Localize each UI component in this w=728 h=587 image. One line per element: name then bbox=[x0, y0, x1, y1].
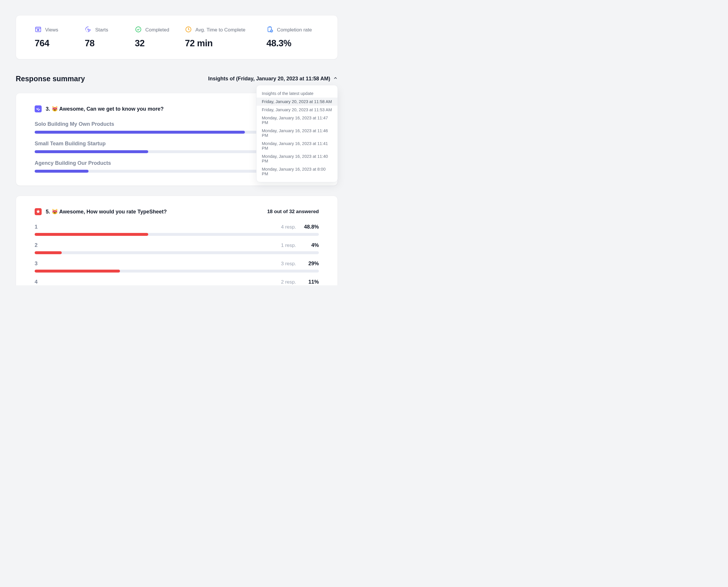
q5-answer-count: 18 out of 32 answered bbox=[267, 209, 319, 215]
stat-views-label: Views bbox=[45, 27, 58, 33]
q5-rating-bar bbox=[34, 251, 319, 254]
q5-rating-row: 33 resp.29% bbox=[34, 261, 319, 273]
stat-starts-label: Starts bbox=[95, 27, 108, 33]
q5-rating-resp: 1 resp. bbox=[281, 242, 296, 249]
stat-avg-time: Avg. Time to Complete 72 min bbox=[185, 26, 252, 49]
insights-option[interactable]: Monday, January 16, 2023 at 11:40 PM bbox=[257, 152, 337, 165]
insights-select-toggle[interactable]: Insights of (Friday, January 20, 2023 at… bbox=[208, 76, 338, 82]
q5-rating-resp: 3 resp. bbox=[281, 261, 296, 267]
insights-option[interactable]: Friday, January 20, 2023 at 11:58 AM bbox=[257, 97, 337, 106]
stat-completion-value: 48.3% bbox=[266, 38, 319, 49]
stats-card: Views 764 Starts 78 bbox=[16, 15, 338, 60]
insights-dropdown: Insights of the latest updateFriday, Jan… bbox=[256, 85, 338, 182]
svg-point-1 bbox=[38, 30, 39, 30]
stat-views-value: 764 bbox=[34, 38, 75, 49]
stat-starts-value: 78 bbox=[85, 38, 125, 49]
q5-rating-row: 21 resp.4% bbox=[34, 242, 319, 254]
insights-option[interactable]: Monday, January 16, 2023 at 8:00 PM bbox=[257, 165, 337, 178]
insights-option[interactable]: Monday, January 16, 2023 at 11:41 PM bbox=[257, 139, 337, 152]
rating-icon bbox=[34, 208, 42, 215]
q5-rating-pct: 4% bbox=[302, 242, 319, 249]
q5-rating-resp: 4 resp. bbox=[281, 224, 296, 230]
views-icon bbox=[34, 26, 42, 34]
stat-completed-value: 32 bbox=[135, 38, 175, 49]
clock-icon bbox=[185, 26, 192, 34]
insights-option[interactable]: Monday, January 16, 2023 at 11:47 PM bbox=[257, 114, 337, 127]
q5-rating-pct: 29% bbox=[302, 261, 319, 267]
q5-rating-row: 42 resp.11% bbox=[34, 279, 319, 285]
response-summary-header: Response summary Insights of (Friday, Ja… bbox=[16, 74, 338, 83]
q5-rating-number: 3 bbox=[34, 261, 38, 267]
insights-selected-label: Insights of (Friday, January 20, 2023 at… bbox=[208, 76, 330, 82]
stat-completion-rate: Completion rate 48.3% bbox=[266, 26, 319, 49]
q5-rating-number: 2 bbox=[34, 242, 38, 249]
q3-title: 3. 😻 Awesome, Can we get to know you mor… bbox=[46, 106, 164, 112]
cursor-click-icon bbox=[85, 26, 92, 34]
svg-point-2 bbox=[136, 27, 141, 32]
stat-views: Views 764 bbox=[34, 26, 75, 49]
q5-rating-number: 1 bbox=[34, 224, 38, 230]
check-circle-icon bbox=[135, 26, 142, 34]
chevron-up-icon bbox=[333, 76, 338, 82]
clipboard-check-icon bbox=[266, 26, 274, 34]
section-title: Response summary bbox=[16, 74, 85, 83]
q5-title: 5. 😻 Awesome, How would you rate TypeShe… bbox=[46, 209, 167, 215]
insights-option[interactable]: Friday, January 20, 2023 at 11:53 AM bbox=[257, 106, 337, 114]
q5-rating-pct: 11% bbox=[302, 279, 319, 285]
stat-completion-label: Completion rate bbox=[277, 27, 312, 33]
question-card-q5: 5. 😻 Awesome, How would you rate TypeShe… bbox=[16, 196, 338, 285]
stat-avg-time-value: 72 min bbox=[185, 38, 252, 49]
q5-rating-row: 14 resp.48.8% bbox=[34, 224, 319, 236]
stat-completed-label: Completed bbox=[145, 27, 169, 33]
insights-option[interactable]: Monday, January 16, 2023 at 11:46 PM bbox=[257, 127, 337, 139]
q5-rating-resp: 2 resp. bbox=[281, 279, 296, 285]
multiple-choice-icon bbox=[34, 105, 42, 112]
q5-rating-number: 4 bbox=[34, 279, 38, 285]
stat-avg-time-label: Avg. Time to Complete bbox=[195, 27, 245, 33]
q5-rating-bar bbox=[34, 269, 319, 273]
stat-starts: Starts 78 bbox=[85, 26, 125, 49]
q5-rating-bar bbox=[34, 233, 319, 236]
stat-completed: Completed 32 bbox=[135, 26, 175, 49]
insights-option[interactable]: Insights of the latest update bbox=[257, 89, 337, 97]
q5-rating-pct: 48.8% bbox=[302, 224, 319, 230]
